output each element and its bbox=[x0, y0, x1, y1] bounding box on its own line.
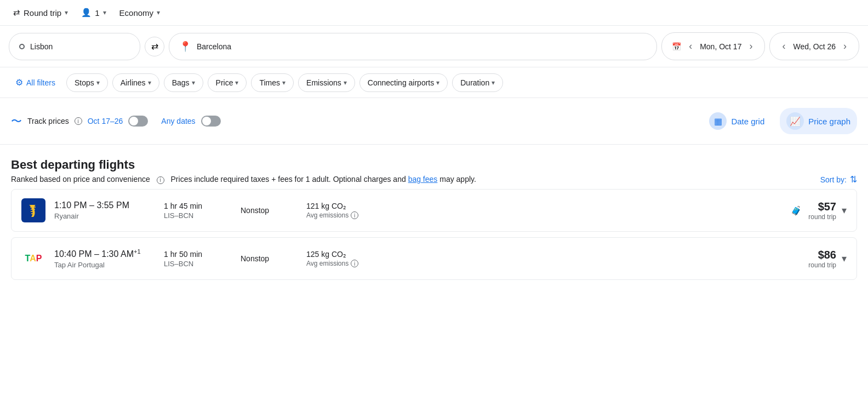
calendar-icon: 📅 bbox=[672, 42, 681, 51]
trip-type-icon: ⇄ bbox=[13, 8, 20, 18]
airlines-chevron-icon: ▾ bbox=[148, 79, 151, 87]
duration-chevron-icon: ▾ bbox=[492, 79, 495, 87]
date-grid-button[interactable]: ▦ Date grid bbox=[703, 108, 771, 134]
price-label: $57 round trip bbox=[808, 200, 836, 221]
emissions-chevron-icon: ▾ bbox=[344, 79, 347, 87]
sort-button[interactable]: Sort by: ⇅ bbox=[820, 174, 857, 185]
trip-type-chevron-icon: ▾ bbox=[65, 9, 68, 16]
filter-bar: ⚙ All filters Stops ▾ Airlines ▾ Bags ▾ … bbox=[0, 67, 868, 98]
table-row[interactable]: TAP 10:40 PM – 1:30 AM+1 Tap Air Portuga… bbox=[11, 237, 857, 280]
flight-avg-emissions: Avg emissions i bbox=[306, 211, 791, 219]
all-filters-label: All filters bbox=[26, 78, 55, 87]
filter-icon: ⚙ bbox=[15, 77, 23, 88]
emissions-filter-label: Emissions bbox=[306, 78, 341, 87]
luggage-icon: 🧳 bbox=[791, 205, 802, 216]
destination-pin-icon: 📍 bbox=[179, 41, 191, 53]
depart-date-prev-button[interactable]: ‹ bbox=[687, 39, 694, 53]
price-graph-button[interactable]: 📈 Price graph bbox=[780, 108, 857, 134]
flight-times: 10:40 PM – 1:30 AM+1 Tap Air Portugal bbox=[54, 248, 164, 269]
connecting-airports-filter-label: Connecting airports bbox=[368, 78, 434, 87]
date-grid-label: Date grid bbox=[731, 117, 764, 126]
track-prices-label: Track prices bbox=[27, 117, 69, 125]
flight-avg-emissions: Avg emissions i bbox=[306, 260, 808, 267]
ryanair-logo bbox=[21, 198, 45, 222]
price-filter-label: Price bbox=[216, 78, 233, 87]
bags-filter-button[interactable]: Bags ▾ bbox=[164, 73, 203, 92]
flight-emissions: 125 kg CO₂ Avg emissions i bbox=[306, 250, 808, 267]
swap-icon: ⇄ bbox=[151, 41, 158, 51]
times-filter-button[interactable]: Times ▾ bbox=[251, 73, 294, 92]
flight-price: $86 round trip bbox=[808, 249, 836, 269]
destination-value: Barcelona bbox=[197, 42, 231, 51]
flight-duration-main: 1 hr 50 min bbox=[164, 250, 241, 259]
results-subtitle-row: Ranked based on price and convenience i … bbox=[11, 174, 857, 185]
duration-filter-button[interactable]: Duration ▾ bbox=[452, 73, 503, 92]
results-title: Best departing flights bbox=[11, 158, 857, 172]
times-chevron-icon: ▾ bbox=[282, 79, 285, 87]
cabin-label: Economy bbox=[119, 8, 154, 18]
bag-fees-link[interactable]: bag fees bbox=[408, 175, 438, 184]
flight-airline: Ryanair bbox=[54, 212, 164, 220]
flight-time-range: 10:40 PM – 1:30 AM+1 bbox=[54, 248, 164, 259]
flight-duration-main: 1 hr 45 min bbox=[164, 202, 241, 210]
duration-filter-label: Duration bbox=[460, 78, 489, 87]
tap-logo-image: TAP bbox=[21, 247, 45, 271]
taxes-note2: may apply. bbox=[439, 175, 476, 184]
origin-field[interactable]: Lisbon bbox=[9, 33, 140, 60]
destination-field[interactable]: 📍 Barcelona bbox=[169, 33, 657, 60]
emissions-info-icon[interactable]: i bbox=[351, 260, 358, 267]
passengers-chevron-icon: ▾ bbox=[103, 9, 106, 16]
price-filter-button[interactable]: Price ▾ bbox=[208, 73, 247, 92]
day-plus-superscript: +1 bbox=[134, 248, 141, 255]
flight-stops-label: Nonstop bbox=[241, 254, 269, 263]
flights-list: 1:10 PM – 3:55 PM Ryanair 1 hr 45 min LI… bbox=[0, 189, 868, 280]
origin-value: Lisbon bbox=[30, 42, 53, 51]
flight-stops: Nonstop bbox=[241, 206, 306, 215]
depart-date-next-button[interactable]: › bbox=[747, 39, 755, 53]
ranked-info-icon[interactable]: i bbox=[157, 176, 164, 184]
top-bar: ⇄ Round trip ▾ 👤 1 ▾ Economy ▾ bbox=[0, 0, 868, 26]
track-prices-info-icon[interactable]: i bbox=[75, 117, 82, 125]
search-bar: Lisbon ⇄ 📍 Barcelona 📅 ‹ Mon, Oct 17 › ‹… bbox=[0, 26, 868, 67]
emissions-info-icon[interactable]: i bbox=[351, 211, 358, 219]
chevron-down-icon: ▾ bbox=[842, 253, 847, 264]
flight-time-range: 1:10 PM – 3:55 PM bbox=[54, 200, 164, 210]
stops-filter-label: Stops bbox=[75, 78, 94, 87]
flight-price-type: round trip bbox=[808, 261, 836, 269]
track-prices-toggle[interactable] bbox=[128, 116, 148, 127]
price-chevron-icon: ▾ bbox=[235, 79, 238, 87]
stops-chevron-icon: ▾ bbox=[96, 79, 100, 87]
return-date-next-button[interactable]: › bbox=[841, 39, 849, 53]
depart-date-field[interactable]: 📅 ‹ Mon, Oct 17 › bbox=[661, 32, 765, 60]
track-right-actions: ▦ Date grid 📈 Price graph bbox=[703, 108, 857, 134]
track-prices-icon: 〜 bbox=[11, 114, 22, 129]
results-section: Best departing flights Ranked based on p… bbox=[0, 145, 868, 189]
passengers-button[interactable]: 👤 1 ▾ bbox=[77, 4, 110, 21]
swap-button[interactable]: ⇄ bbox=[145, 37, 164, 56]
emissions-filter-button[interactable]: Emissions ▾ bbox=[298, 73, 355, 92]
flight-expand-button[interactable]: ▾ bbox=[842, 253, 847, 265]
stops-filter-button[interactable]: Stops ▾ bbox=[66, 73, 108, 92]
flight-stops-label: Nonstop bbox=[241, 206, 269, 215]
cabin-chevron-icon: ▾ bbox=[157, 9, 160, 16]
track-prices-date: Oct 17–26 bbox=[88, 117, 123, 125]
table-row[interactable]: 1:10 PM – 3:55 PM Ryanair 1 hr 45 min LI… bbox=[11, 189, 857, 232]
return-date-prev-button[interactable]: ‹ bbox=[780, 39, 787, 53]
flight-expand-button[interactable]: ▾ bbox=[842, 204, 847, 216]
any-dates-section: Any dates bbox=[161, 116, 220, 127]
flight-co2: 125 kg CO₂ bbox=[306, 250, 808, 259]
all-filters-button[interactable]: ⚙ All filters bbox=[9, 73, 62, 92]
airlines-filter-button[interactable]: Airlines ▾ bbox=[112, 73, 159, 92]
times-filter-label: Times bbox=[259, 78, 280, 87]
trip-type-button[interactable]: ⇄ Round trip ▾ bbox=[9, 4, 72, 21]
passengers-icon: 👤 bbox=[81, 8, 92, 18]
price-graph-label: Price graph bbox=[808, 117, 850, 126]
any-dates-toggle[interactable] bbox=[201, 116, 221, 127]
airlines-filter-label: Airlines bbox=[121, 78, 146, 87]
return-date-field[interactable]: ‹ Wed, Oct 26 › bbox=[769, 32, 859, 60]
connecting-airports-filter-button[interactable]: Connecting airports ▾ bbox=[359, 73, 448, 92]
flight-price-amount: $86 bbox=[818, 249, 836, 261]
tap-logo: TAP bbox=[21, 247, 45, 271]
cabin-button[interactable]: Economy ▾ bbox=[115, 5, 165, 21]
price-graph-icon: 📈 bbox=[786, 112, 804, 130]
